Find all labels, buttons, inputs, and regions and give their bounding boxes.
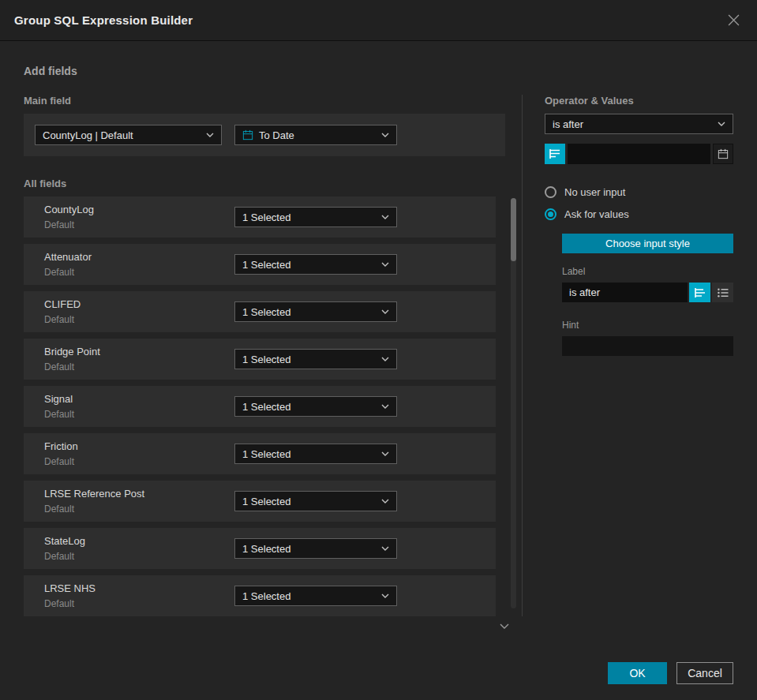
dialog-footer: OK Cancel — [0, 646, 757, 700]
field-selection-dropdown[interactable]: 1 Selected — [234, 586, 397, 606]
ok-button[interactable]: OK — [608, 662, 667, 684]
dialog-title: Group SQL Expression Builder — [14, 13, 193, 27]
chevron-down-icon — [206, 133, 214, 137]
field-selected-count: 1 Selected — [242, 543, 290, 555]
hint-input[interactable] — [562, 336, 733, 356]
all-fields-list-container: CountyLog Default 1 Selected Attenuator … — [24, 197, 516, 616]
field-selection-dropdown[interactable]: 1 Selected — [234, 491, 397, 511]
scrollbar[interactable] — [511, 198, 516, 608]
cancel-button[interactable]: Cancel — [676, 662, 733, 684]
field-selection-dropdown[interactable]: 1 Selected — [234, 538, 397, 559]
close-icon — [728, 14, 740, 26]
field-subtitle: Default — [44, 361, 74, 372]
operator-select[interactable]: is after — [545, 114, 733, 134]
field-subtitle: Default — [44, 503, 74, 515]
dialog-body: Add fields Main field CountyLog | Defaul… — [0, 41, 757, 700]
chevron-down-icon — [381, 499, 389, 503]
field-name: StateLog — [44, 535, 85, 547]
chevron-down-icon — [381, 262, 389, 267]
label-input[interactable] — [562, 283, 688, 302]
single-line-style-button[interactable] — [689, 283, 710, 302]
main-field-label: Main field — [24, 95, 505, 107]
text-entry-mode-button[interactable] — [545, 144, 565, 164]
field-name: CountyLog — [44, 204, 94, 215]
chevron-down-icon — [381, 593, 389, 598]
chevron-down-icon — [381, 133, 389, 137]
calendar-icon — [242, 129, 253, 140]
chevron-down-icon — [381, 357, 389, 361]
field-selection-dropdown[interactable]: 1 Selected — [234, 396, 397, 417]
field-selected-count: 1 Selected — [242, 211, 290, 223]
field-row: LRSE NHS Default 1 Selected — [24, 575, 496, 616]
field-selected-count: 1 Selected — [242, 259, 290, 271]
scrollbar-thumb[interactable] — [511, 198, 516, 261]
calendar-icon — [718, 148, 729, 159]
dropdown-list-icon — [718, 288, 729, 298]
date-picker-button[interactable] — [713, 144, 733, 164]
fields-column: Main field CountyLog | Default To Date — [24, 95, 505, 616]
field-subtitle: Default — [44, 314, 74, 325]
field-selection-dropdown[interactable]: 1 Selected — [234, 207, 397, 227]
main-field-select[interactable]: CountyLog | Default — [35, 125, 222, 145]
field-row: Bridge Point Default 1 Selected — [24, 339, 496, 380]
operator-values-heading: Operator & Values — [545, 95, 733, 107]
field-subtitle: Default — [44, 409, 74, 420]
field-row: LRSE Reference Post Default 1 Selected — [24, 481, 496, 522]
operator-values-column: Operator & Values is after — [545, 95, 733, 616]
main-date-field-select[interactable]: To Date — [234, 125, 397, 145]
field-selection-dropdown[interactable]: 1 Selected — [234, 444, 397, 464]
radio-ask-for-values[interactable]: Ask for values — [545, 208, 733, 220]
field-name: Signal — [44, 393, 73, 405]
list-style-button[interactable] — [712, 283, 733, 302]
main-date-select-value: To Date — [259, 129, 294, 141]
chevron-down-icon — [381, 404, 389, 409]
field-subtitle: Default — [44, 598, 74, 609]
scroll-down-chevron-icon[interactable] — [500, 623, 509, 629]
chevron-down-icon — [718, 122, 725, 126]
value-input[interactable] — [568, 144, 710, 164]
field-subtitle: Default — [44, 456, 74, 467]
field-name: LRSE Reference Post — [44, 488, 144, 500]
field-selection-dropdown[interactable]: 1 Selected — [234, 254, 397, 275]
field-row: CountyLog Default 1 Selected — [24, 197, 496, 238]
value-input-row — [545, 144, 733, 164]
field-name: Friction — [44, 440, 78, 452]
field-row: StateLog Default 1 Selected — [24, 528, 496, 569]
field-subtitle: Default — [44, 551, 74, 562]
field-selected-count: 1 Selected — [242, 448, 290, 460]
group-sql-expression-builder-dialog: Group SQL Expression Builder Add fields … — [0, 0, 757, 700]
chevron-down-icon — [381, 451, 389, 456]
operator-select-value: is after — [553, 118, 583, 130]
field-selected-count: 1 Selected — [242, 401, 290, 413]
builder-columns: Main field CountyLog | Default To Date — [24, 95, 733, 616]
field-name: Attenuator — [44, 251, 92, 263]
radio-no-user-input[interactable]: No user input — [545, 186, 733, 198]
add-fields-heading: Add fields — [24, 65, 733, 77]
close-button[interactable] — [724, 11, 743, 30]
field-selected-count: 1 Selected — [242, 496, 290, 507]
field-name: CLIFED — [44, 298, 81, 310]
radio-label: Ask for values — [564, 208, 629, 220]
field-name: LRSE NHS — [44, 582, 96, 594]
hint-caption: Hint — [562, 320, 733, 331]
dialog-header: Group SQL Expression Builder — [0, 0, 757, 41]
single-line-input-icon — [695, 288, 706, 298]
all-fields-label: All fields — [24, 178, 505, 189]
chevron-down-icon — [381, 546, 389, 551]
choose-input-style-button[interactable]: Choose input style — [562, 234, 733, 253]
radio-selected-icon — [545, 208, 557, 220]
label-input-row — [562, 283, 733, 302]
text-input-icon — [549, 149, 560, 159]
field-selection-dropdown[interactable]: 1 Selected — [234, 301, 397, 322]
field-row: Friction Default 1 Selected — [24, 433, 496, 474]
field-row: Attenuator Default 1 Selected — [24, 244, 496, 285]
field-selected-count: 1 Selected — [242, 590, 290, 602]
main-field-select-value: CountyLog | Default — [43, 129, 133, 141]
field-row: CLIFED Default 1 Selected — [24, 291, 496, 332]
main-field-panel: CountyLog | Default To Date — [24, 114, 505, 156]
vertical-divider — [522, 95, 523, 616]
label-caption: Label — [562, 266, 733, 277]
field-selection-dropdown[interactable]: 1 Selected — [234, 349, 397, 369]
field-name: Bridge Point — [44, 346, 100, 357]
field-subtitle: Default — [44, 219, 74, 230]
